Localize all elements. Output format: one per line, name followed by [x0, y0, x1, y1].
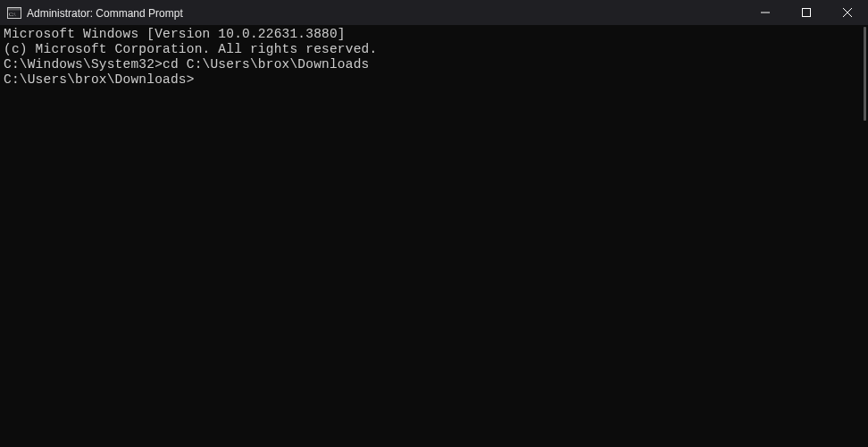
- titlebar[interactable]: C:\ Administrator: Command Prompt: [0, 0, 868, 25]
- prompt: C:\Windows\System32>: [4, 57, 163, 72]
- command-text: cd C:\Users\brox\Downloads: [163, 57, 369, 72]
- scrollbar-thumb[interactable]: [864, 27, 866, 121]
- window-controls: [745, 0, 868, 25]
- terminal-line: C:\Windows\System32>cd C:\Users\brox\Dow…: [4, 57, 864, 72]
- minimize-button[interactable]: [745, 0, 786, 25]
- close-icon: [843, 8, 852, 17]
- terminal-line: Microsoft Windows [Version 10.0.22631.38…: [4, 27, 864, 42]
- svg-rect-1: [8, 7, 21, 10]
- maximize-icon: [802, 8, 811, 17]
- maximize-button[interactable]: [786, 0, 827, 25]
- window-title: Administrator: Command Prompt: [27, 6, 745, 20]
- terminal-output[interactable]: Microsoft Windows [Version 10.0.22631.38…: [0, 25, 868, 447]
- prompt: C:\Users\brox\Downloads>: [4, 72, 195, 87]
- svg-rect-4: [803, 9, 811, 17]
- close-button[interactable]: [827, 0, 868, 25]
- minimize-icon: [761, 8, 770, 17]
- svg-text:C:\: C:\: [9, 12, 16, 17]
- cmd-icon: C:\: [7, 6, 21, 19]
- terminal-line: C:\Users\brox\Downloads>: [4, 72, 864, 88]
- terminal-line: (c) Microsoft Corporation. All rights re…: [4, 42, 864, 57]
